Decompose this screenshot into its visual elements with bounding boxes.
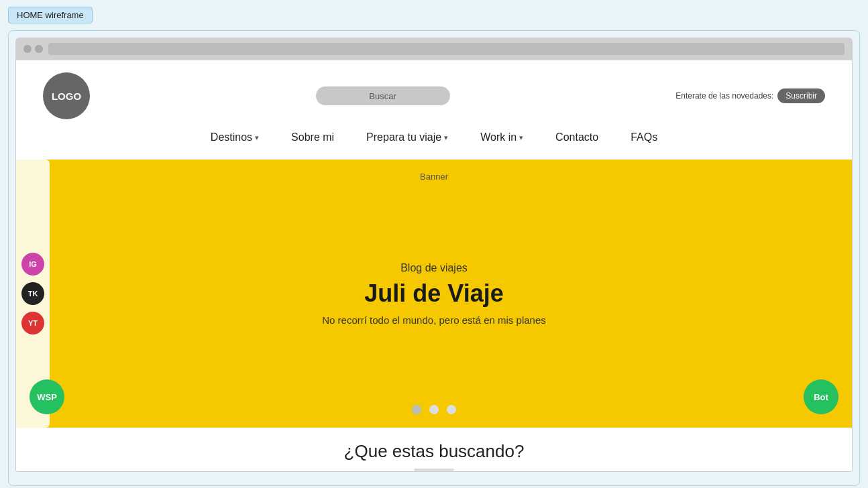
browser-addressbar: [48, 43, 845, 55]
outer-frame: LOGO Buscar Enterate de las novedades: S…: [8, 30, 860, 486]
search-line: [43, 469, 825, 471]
chevron-down-icon-3: ▾: [519, 133, 523, 142]
nav-label-faqs: FAQs: [631, 131, 657, 143]
nav-label-contacto: Contacto: [555, 131, 598, 143]
nav-item-workin[interactable]: Work in ▾: [480, 131, 523, 143]
banner-label: Banner: [420, 172, 448, 182]
site-nav: Destinos ▾ Sobre mi Prepara tu viaje ▾ W…: [43, 125, 825, 153]
chevron-down-icon: ▾: [255, 133, 259, 142]
newsletter-text: Enterate de las novedades:: [675, 91, 773, 101]
banner-area: IG TK YT Banner Blog de viajes Juli de V…: [16, 160, 852, 428]
carousel-dot-3[interactable]: [447, 405, 456, 414]
social-icon-youtube[interactable]: YT: [21, 312, 44, 334]
chevron-down-icon-2: ▾: [444, 133, 448, 142]
site-header: LOGO Buscar Enterate de las novedades: S…: [16, 60, 852, 160]
bot-button[interactable]: Bot: [804, 379, 838, 414]
website-frame: LOGO Buscar Enterate de las novedades: S…: [15, 60, 853, 472]
subscribe-button[interactable]: Suscribir: [777, 88, 825, 103]
banner-content: Blog de viajes Juli de Viaje No recorrí …: [309, 249, 559, 339]
nav-item-destinos[interactable]: Destinos ▾: [211, 131, 259, 143]
social-icon-ig[interactable]: IG: [21, 253, 44, 276]
wsp-button[interactable]: WSP: [30, 379, 64, 414]
browser-dot-2: [35, 45, 43, 53]
nav-item-faqs[interactable]: FAQs: [631, 131, 657, 143]
nav-item-prepara[interactable]: Prepara tu viaje ▾: [366, 131, 448, 143]
browser-dots: [23, 45, 43, 53]
logo: LOGO: [43, 72, 90, 119]
page-title-label: HOME wireframe: [8, 7, 93, 23]
header-top: LOGO Buscar Enterate de las novedades: S…: [43, 67, 825, 125]
below-banner: ¿Que estas buscando?: [16, 428, 852, 471]
below-banner-title: ¿Que estas buscando?: [43, 441, 825, 462]
search-bar[interactable]: Buscar: [316, 86, 450, 105]
banner-subtitle: Blog de viajes: [322, 262, 546, 274]
carousel-dot-2[interactable]: [429, 405, 439, 414]
carousel-dots: [412, 405, 456, 414]
nav-item-sobre-mi[interactable]: Sobre mi: [291, 131, 334, 143]
nav-label-prepara: Prepara tu viaje: [366, 131, 441, 143]
banner-tagline: No recorrí todo el mundo, pero está en m…: [322, 314, 546, 326]
browser-chrome: [15, 38, 853, 60]
nav-label-sobre-mi: Sobre mi: [291, 131, 334, 143]
search-bottom-line-decoration: [414, 469, 454, 471]
nav-item-contacto[interactable]: Contacto: [555, 131, 598, 143]
browser-dot-1: [23, 45, 32, 53]
banner-title: Juli de Viaje: [322, 280, 546, 308]
nav-label-destinos: Destinos: [211, 131, 252, 143]
social-icon-tiktok[interactable]: TK: [21, 282, 44, 305]
search-bar-container: Buscar: [98, 86, 667, 105]
nav-label-workin: Work in: [480, 131, 517, 143]
newsletter-area: Enterate de las novedades: Suscribir: [675, 88, 825, 103]
carousel-dot-1[interactable]: [412, 405, 421, 414]
